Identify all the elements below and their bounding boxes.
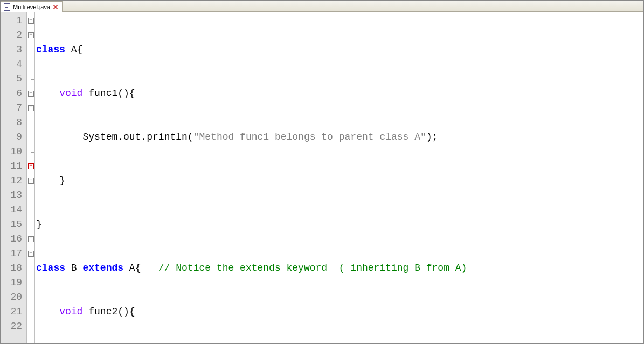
tab-bar: Multilevel.java [1,1,643,12]
svg-rect-3 [5,7,8,8]
code-line: } [35,174,643,188]
code-line: } [35,217,643,232]
fold-gutter[interactable]: − − − − − − − − [26,12,35,344]
code-line: void func1(){ [35,86,643,101]
line-gutter: 12345678910111213141516171819202122 [1,12,26,344]
code-area[interactable]: class A{ void func1(){ System.out.printl… [35,12,643,344]
editor[interactable]: 12345678910111213141516171819202122 − − … [1,12,643,344]
file-tab[interactable]: Multilevel.java [1,1,63,12]
svg-rect-1 [5,5,9,5]
java-file-icon [3,3,11,11]
code-line: class A{ [35,43,643,57]
code-line: class B extends A{ // Notice the extends… [35,261,643,276]
close-icon[interactable] [52,4,59,10]
code-line: void func2(){ [35,305,643,319]
svg-rect-2 [5,6,9,6]
code-line: System.out.println("Method func1 belongs… [35,130,643,145]
tab-filename: Multilevel.java [13,4,50,10]
